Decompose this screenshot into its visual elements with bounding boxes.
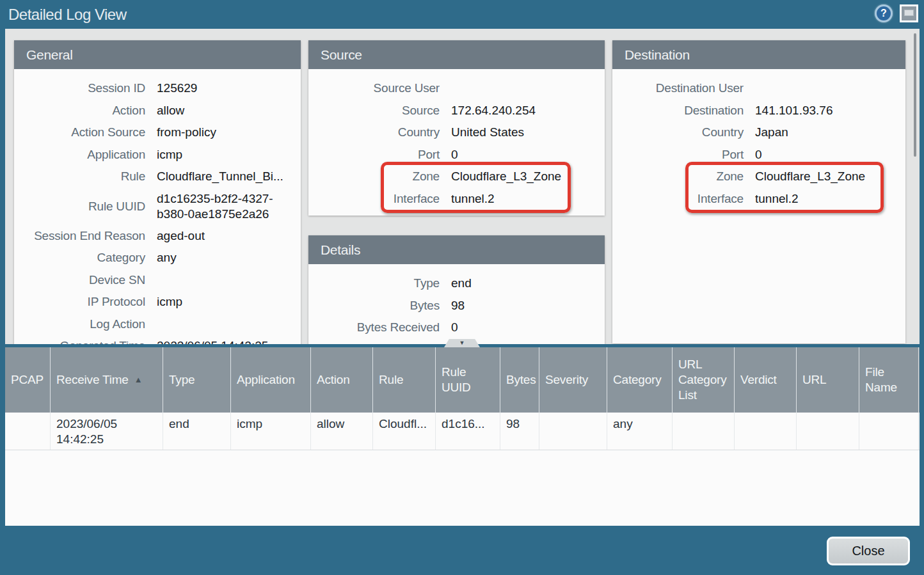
destination-panel-body: Destination User Destination141.101.93.7… — [612, 69, 905, 210]
column-header-rule-uuid[interactable]: Rule UUID — [436, 347, 500, 413]
field-rule-uuid: Rule UUIDd1c16235-b2f2-4327-b380-0ae1875… — [14, 188, 301, 225]
column-header-application[interactable]: Application — [231, 347, 311, 413]
field-rule: RuleCloudflare_Tunnel_Bi... — [14, 166, 301, 188]
field-source-country: CountryUnited States — [308, 122, 605, 144]
column-header-url-category-list[interactable]: URL Category List — [673, 347, 735, 413]
field-source-zone: ZoneCloudflare_L3_Zone — [308, 166, 605, 188]
cell-url — [797, 413, 859, 450]
log-detail-section: General Session ID125629 Actionallow Act… — [5, 29, 920, 344]
general-panel-header: General — [14, 40, 301, 69]
page-title: Detailed Log View — [8, 6, 127, 24]
column-header-verdict[interactable]: Verdict — [735, 347, 797, 413]
close-button[interactable]: Close — [827, 537, 910, 565]
details-panel-header: Details — [308, 235, 605, 264]
cell-action: allow — [311, 413, 373, 450]
cell-category: any — [607, 413, 673, 450]
cell-file-name — [859, 413, 919, 450]
field-device-sn: Device SN — [14, 269, 301, 292]
titlebar-icons: ? — [875, 4, 918, 22]
cell-severity — [539, 413, 607, 450]
help-icon[interactable]: ? — [875, 4, 893, 22]
title-bar: Detailed Log View ? — [0, 0, 924, 29]
destination-panel-header: Destination — [612, 40, 905, 69]
field-destination: Destination141.101.93.76 — [612, 100, 905, 122]
field-destination-country: CountryJapan — [612, 122, 905, 144]
field-type: Typeend — [308, 272, 605, 295]
cell-type: end — [163, 413, 231, 450]
window-icon[interactable] — [900, 4, 918, 22]
details-panel: Details Typeend Bytes98 Bytes Received0 — [308, 235, 605, 344]
collapse-table-handle[interactable]: ▼ — [444, 339, 480, 347]
field-action: Actionallow — [14, 100, 301, 122]
field-destination-zone: ZoneCloudflare_L3_Zone — [612, 166, 905, 188]
log-table: PCAP Receive Time▲ Type Application Acti… — [5, 344, 920, 526]
field-session-end-reason: Session End Reasonaged-out — [14, 225, 301, 248]
column-header-bytes[interactable]: Bytes — [500, 347, 539, 413]
field-source: Source172.64.240.254 — [308, 100, 605, 122]
field-source-interface: Interfacetunnel.2 — [308, 188, 605, 210]
destination-panel: Destination Destination User Destination… — [612, 40, 905, 343]
field-generated-time: Generated Time2023/06/05 14:42:25 — [14, 335, 301, 344]
field-action-source: Action Sourcefrom-policy — [14, 122, 301, 144]
field-bytes-received: Bytes Received0 — [308, 317, 605, 339]
column-header-receive-time[interactable]: Receive Time▲ — [51, 347, 163, 413]
chevron-down-icon: ▼ — [459, 340, 465, 346]
column-header-file-name[interactable]: File Name — [859, 347, 919, 413]
field-source-port: Port0 — [308, 144, 605, 166]
column-header-type[interactable]: Type — [163, 347, 231, 413]
source-panel-header: Source — [308, 40, 605, 69]
field-destination-user: Destination User — [612, 77, 905, 100]
field-application: Applicationicmp — [14, 144, 301, 166]
general-panel: General Session ID125629 Actionallow Act… — [14, 40, 301, 344]
field-session-id: Session ID125629 — [14, 77, 301, 100]
field-category: Categoryany — [14, 247, 301, 269]
field-log-action: Log Action — [14, 313, 301, 336]
field-source-user: Source User — [308, 77, 605, 100]
cell-url-category-list — [673, 413, 735, 450]
detailed-log-view-dialog: { "dialog": { "title": "Detailed Log Vie… — [0, 0, 924, 575]
cell-pcap — [5, 413, 51, 450]
cell-rule: Cloudfl... — [373, 413, 436, 450]
column-header-pcap[interactable]: PCAP — [5, 347, 51, 413]
field-bytes: Bytes98 — [308, 295, 605, 317]
source-panel: Source Source User Source172.64.240.254 … — [308, 40, 605, 216]
log-table-header: PCAP Receive Time▲ Type Application Acti… — [5, 347, 920, 413]
vertical-scrollbar-thumb[interactable] — [914, 33, 916, 157]
cell-verdict — [735, 413, 797, 450]
cell-rule-uuid: d1c16... — [436, 413, 500, 450]
general-panel-body: Session ID125629 Actionallow Action Sour… — [14, 69, 301, 344]
window-icon-inner — [904, 10, 914, 16]
column-header-url[interactable]: URL — [797, 347, 859, 413]
field-ip-protocol: IP Protocolicmp — [14, 291, 301, 313]
column-header-category[interactable]: Category — [607, 347, 673, 413]
field-destination-port: Port0 — [612, 144, 905, 166]
source-panel-body: Source User Source172.64.240.254 Country… — [308, 69, 605, 210]
cell-receive-time: 2023/06/05 14:42:25 — [51, 413, 163, 450]
column-header-severity[interactable]: Severity — [539, 347, 607, 413]
column-header-rule[interactable]: Rule — [373, 347, 436, 413]
cell-bytes: 98 — [500, 413, 539, 450]
sort-ascending-icon: ▲ — [134, 375, 143, 385]
table-row[interactable]: 2023/06/05 14:42:25 end icmp allow Cloud… — [5, 413, 920, 450]
column-header-action[interactable]: Action — [311, 347, 373, 413]
details-panel-body: Typeend Bytes98 Bytes Received0 — [308, 264, 605, 339]
field-destination-interface: Interfacetunnel.2 — [612, 188, 905, 210]
cell-application: icmp — [231, 413, 311, 450]
